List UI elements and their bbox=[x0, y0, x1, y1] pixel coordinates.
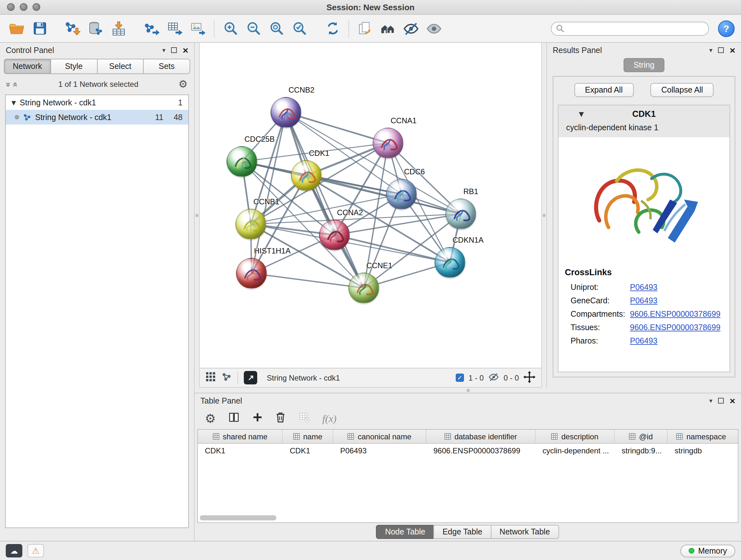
help-button[interactable]: ? bbox=[718, 20, 735, 37]
network-row-selected[interactable]: String Network - cdk1 11 48 bbox=[6, 110, 188, 125]
panel-close-icon[interactable]: × bbox=[183, 45, 188, 55]
tab-style[interactable]: Style bbox=[51, 59, 98, 74]
network-options-gear-icon[interactable]: ⚙ bbox=[179, 79, 188, 89]
string-results-tab[interactable]: String bbox=[623, 58, 664, 72]
left-splitter[interactable] bbox=[195, 43, 199, 388]
network-collection-row[interactable]: ▼ String Network - cdk1 1 bbox=[6, 95, 188, 110]
homes-button[interactable] bbox=[378, 17, 398, 39]
tab-node-table[interactable]: Node Table bbox=[376, 525, 434, 539]
hide-selected-button[interactable] bbox=[401, 17, 421, 39]
selected-checkbox-icon[interactable]: ✓ bbox=[456, 374, 464, 382]
network-node-cdc6[interactable] bbox=[386, 179, 417, 209]
zoom-selected-button[interactable] bbox=[289, 17, 310, 39]
external-arrow-icon bbox=[247, 374, 254, 381]
expand-all-button[interactable]: Expand All bbox=[574, 83, 633, 97]
tab-edge-table[interactable]: Edge Table bbox=[434, 525, 491, 539]
add-column-icon[interactable] bbox=[252, 412, 263, 425]
panel-float-icon[interactable] bbox=[171, 47, 177, 53]
import-table-from-file-button[interactable] bbox=[109, 17, 129, 39]
column-header-id[interactable]: @id bbox=[615, 430, 668, 443]
network-node-ccne1[interactable] bbox=[348, 273, 379, 303]
import-network-from-database-button[interactable] bbox=[85, 17, 106, 39]
compartments-link[interactable]: 9606.ENSP00000378699 bbox=[630, 308, 721, 321]
warnings-button[interactable]: ⚠ bbox=[27, 544, 44, 557]
function-builder-icon[interactable]: f(x) bbox=[322, 413, 336, 424]
panel-menu-icon[interactable]: ▾ bbox=[162, 47, 165, 54]
network-node-cdc25b[interactable] bbox=[226, 146, 257, 177]
network-node-rb1[interactable] bbox=[446, 199, 476, 229]
cell-database-identifier: 9606.ENSP00000378699 bbox=[426, 446, 536, 455]
export-network-button[interactable] bbox=[142, 17, 162, 39]
duplicate-document-button[interactable] bbox=[355, 17, 375, 39]
network-node-ccna2[interactable] bbox=[319, 220, 350, 250]
column-header-database-identifier[interactable]: database identifier bbox=[426, 430, 536, 443]
network-edge[interactable] bbox=[286, 112, 364, 288]
cloud-status-button[interactable]: ☁ bbox=[6, 544, 22, 557]
open-in-string-button[interactable] bbox=[244, 371, 257, 384]
tab-network[interactable]: Network bbox=[4, 59, 51, 74]
results-close-icon[interactable]: × bbox=[730, 45, 735, 55]
collection-count: 1 bbox=[178, 98, 183, 107]
results-float-icon[interactable] bbox=[718, 47, 724, 53]
table-close-icon[interactable]: × bbox=[730, 396, 735, 406]
network-node-ccna1[interactable] bbox=[373, 128, 403, 159]
show-all-button[interactable] bbox=[424, 17, 444, 39]
column-header-shared-name[interactable]: shared name bbox=[198, 430, 283, 443]
protein-structure-icon bbox=[374, 128, 404, 159]
results-menu-icon[interactable]: ▾ bbox=[709, 47, 712, 54]
search-input[interactable] bbox=[567, 24, 704, 33]
zoom-window-button[interactable] bbox=[32, 3, 40, 11]
tissues-link[interactable]: 9606.ENSP00000378699 bbox=[630, 321, 721, 334]
network-canvas[interactable]: CCNB2CCNA1CDC25BCDK1CDC6RB1CCNB1CCNA2CDK… bbox=[200, 43, 541, 368]
zoom-in-button[interactable] bbox=[220, 17, 241, 39]
network-node-cdk1[interactable] bbox=[291, 160, 322, 191]
gene-section-header[interactable]: ▼ CDK1 bbox=[558, 105, 730, 122]
table-settings-gear-icon[interactable]: ⚙ bbox=[205, 413, 216, 425]
collapse-all-networks-icon[interactable]: « bbox=[12, 82, 20, 86]
export-table-button[interactable] bbox=[165, 17, 185, 39]
right-splitter[interactable] bbox=[542, 43, 546, 388]
crosslinks-heading: CrossLinks bbox=[565, 267, 723, 277]
network-edge[interactable] bbox=[252, 273, 364, 288]
table-row[interactable]: CDK1 CDK1 P06493 9606.ENSP00000378699 cy… bbox=[198, 444, 738, 457]
uniprot-link[interactable]: P06493 bbox=[630, 281, 657, 294]
show-columns-icon[interactable] bbox=[228, 411, 240, 426]
string-footer-icon[interactable] bbox=[221, 372, 232, 384]
column-header-canonical-name[interactable]: canonical name bbox=[333, 430, 426, 443]
network-node-ccnb2[interactable] bbox=[271, 97, 301, 128]
tab-network-table[interactable]: Network Table bbox=[490, 525, 559, 539]
close-window-button[interactable] bbox=[7, 3, 15, 11]
column-header-name[interactable]: name bbox=[283, 430, 333, 443]
network-node-ccnb1[interactable] bbox=[235, 209, 266, 240]
protein-structure-image bbox=[583, 145, 705, 261]
table-splitter[interactable] bbox=[195, 388, 741, 393]
gene-collapse-icon[interactable]: ▼ bbox=[579, 110, 584, 117]
zoom-fit-button[interactable] bbox=[266, 17, 286, 39]
column-header-description[interactable]: description bbox=[536, 430, 615, 443]
horizontal-scrollbar[interactable] bbox=[200, 515, 276, 520]
import-network-from-file-button[interactable] bbox=[63, 17, 83, 39]
save-session-button[interactable] bbox=[29, 17, 50, 39]
pan-crosshair-icon[interactable] bbox=[523, 371, 536, 385]
minimize-window-button[interactable] bbox=[20, 3, 27, 11]
zoom-out-button[interactable] bbox=[243, 17, 264, 39]
open-session-button[interactable] bbox=[6, 17, 27, 39]
genecard-link[interactable]: P06493 bbox=[630, 294, 657, 308]
memory-button[interactable]: Memory bbox=[680, 544, 735, 557]
network-node-cdkn1a[interactable] bbox=[434, 247, 465, 278]
table-float-icon[interactable] bbox=[718, 398, 724, 403]
birdseye-grid-icon[interactable] bbox=[205, 372, 216, 384]
column-header-namespace[interactable]: namespace bbox=[668, 430, 735, 443]
protein-structure-icon bbox=[320, 220, 350, 251]
window-title: Session: New Session bbox=[0, 2, 741, 12]
collapse-all-button[interactable]: Collapse All bbox=[650, 83, 714, 97]
tab-select[interactable]: Select bbox=[97, 59, 144, 74]
delete-column-icon[interactable] bbox=[275, 411, 286, 426]
table-menu-icon[interactable]: ▾ bbox=[709, 397, 712, 404]
network-node-hist1h1a[interactable] bbox=[236, 258, 267, 289]
refresh-button[interactable] bbox=[322, 17, 343, 39]
collection-expand-icon[interactable]: ▼ bbox=[11, 99, 16, 106]
tab-sets[interactable]: Sets bbox=[143, 59, 191, 74]
pharos-link[interactable]: P06493 bbox=[630, 334, 657, 348]
export-image-button[interactable] bbox=[188, 17, 208, 39]
